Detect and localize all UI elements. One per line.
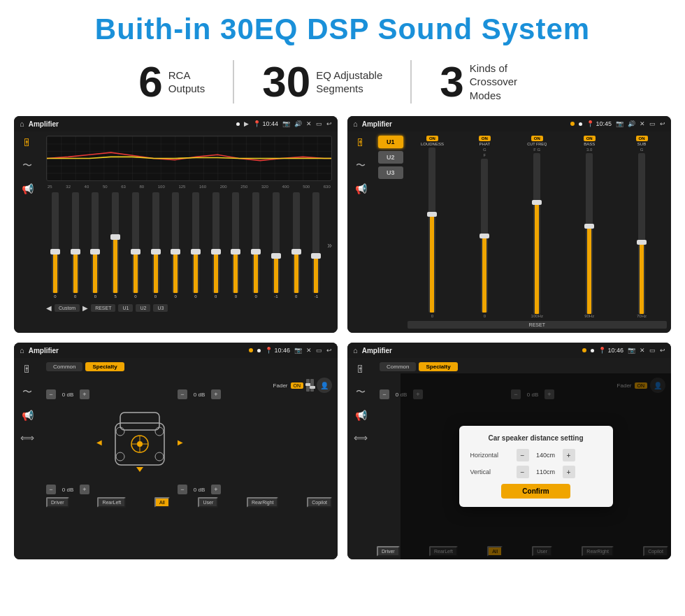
eq-time: 📍 10:44 — [253, 120, 278, 127]
eq-back-icon[interactable]: ↩ — [326, 120, 332, 127]
eq-u2-btn[interactable]: U2 — [136, 304, 150, 312]
sp-plus-topright[interactable]: + — [211, 389, 221, 399]
sp-driver-btn[interactable]: Driver — [46, 497, 69, 508]
eq-slider-1: 0 — [66, 192, 85, 299]
sp-back-icon[interactable]: ↩ — [326, 347, 332, 354]
cx-slider-bass[interactable] — [586, 153, 593, 314]
sp-all-btn[interactable]: All — [154, 497, 170, 508]
eq-next-icon[interactable]: ▶ — [82, 304, 88, 312]
eq-track-5[interactable] — [152, 192, 159, 293]
sp-fader-on[interactable]: ON — [291, 382, 304, 389]
cx-slider-cutfreq[interactable] — [533, 153, 540, 314]
eq-slider-11: -1 — [267, 192, 285, 299]
sp-time: 📍 10:46 — [265, 347, 290, 354]
eq-u3-btn[interactable]: U3 — [153, 304, 168, 312]
eq-track-3[interactable] — [112, 192, 119, 293]
eq-home-icon[interactable]: ⌂ — [20, 120, 24, 128]
sp-user-btn[interactable]: User — [198, 497, 218, 508]
dialog-vertical-minus[interactable]: − — [517, 466, 529, 478]
dlg-sidebar-speaker-icon[interactable]: 📢 — [355, 410, 367, 421]
screens-grid: ⌂ Amplifier ▶ 📍 10:44 📷 🔊 ✕ ▭ ↩ 🎚 〜 📢 — [0, 113, 685, 566]
sp-minus-topright[interactable]: − — [178, 389, 187, 399]
cx-slider-phat[interactable] — [481, 159, 488, 313]
cx-slider-sub[interactable] — [638, 153, 645, 314]
cx-u2-btn[interactable]: U2 — [378, 151, 403, 164]
sp-plus-topleft[interactable]: + — [80, 389, 89, 399]
eq-track-10[interactable] — [252, 192, 259, 293]
sp-plus-botleft[interactable]: + — [80, 485, 89, 494]
dlg-sidebar-arrows-icon[interactable]: ⟺ — [354, 432, 368, 443]
cx-left-sidebar: 🎚 〜 📢 — [347, 131, 374, 333]
eq-track-13[interactable] — [312, 192, 319, 293]
eq-slider-0: 0 — [46, 192, 64, 299]
cx-sidebar-speaker-icon[interactable]: 📢 — [355, 183, 367, 194]
dlg-home-icon[interactable]: ⌂ — [353, 346, 358, 354]
eq-left-sidebar: 🎚 〜 📢 — [14, 131, 41, 333]
eq-track-4[interactable] — [132, 192, 139, 293]
sp-sidebar-arrows-icon[interactable]: ⟺ — [20, 432, 34, 443]
sp-sidebar-eq-icon[interactable]: 🎚 — [22, 364, 32, 375]
eq-sidebar-speaker-icon[interactable]: 📢 — [22, 183, 34, 194]
eq-prev-icon[interactable]: ◀ — [46, 304, 52, 312]
eq-u1-btn[interactable]: U1 — [118, 304, 133, 312]
sp-right-arrow: ▶ — [178, 438, 183, 446]
dlg-back-icon[interactable]: ↩ — [660, 347, 665, 354]
dialog-vertical-plus[interactable]: + — [563, 466, 575, 478]
eq-track-12[interactable] — [293, 192, 300, 293]
cx-reset-btn[interactable]: RESET — [408, 321, 667, 329]
cx-home-icon[interactable]: ⌂ — [353, 120, 358, 128]
dialog-box: Car speaker distance setting Horizontal … — [459, 426, 613, 507]
sp-bottom-buttons: Driver RearLeft All User RearRight Copil… — [46, 497, 332, 508]
sp-tab-specialty[interactable]: Specialty — [85, 362, 124, 371]
sp-copilot-btn[interactable]: Copilot — [307, 497, 332, 508]
eq-track-2[interactable] — [92, 192, 99, 293]
sp-profile-icon[interactable]: 👤 — [317, 378, 332, 393]
cx-on-phat[interactable]: ON — [479, 136, 491, 141]
sp-tab-common[interactable]: Common — [46, 362, 82, 371]
cx-back-icon[interactable]: ↩ — [660, 120, 665, 127]
eq-bottom-bar: ◀ Custom ▶ RESET U1 U2 U3 — [46, 304, 332, 312]
eq-reset-btn[interactable]: RESET — [91, 304, 115, 312]
cx-on-bass[interactable]: ON — [584, 136, 596, 141]
sp-home-icon[interactable]: ⌂ — [20, 346, 24, 354]
cx-sidebar-wave-icon[interactable]: 〜 — [356, 159, 366, 172]
cx-on-sub[interactable]: ON — [636, 136, 648, 141]
sp-minus-topleft[interactable]: − — [46, 389, 56, 399]
eq-freq-200: 200 — [220, 185, 227, 189]
eq-status-dot — [236, 122, 240, 126]
sp-sidebar-speaker-icon[interactable]: 📢 — [22, 410, 34, 421]
cx-slider-loudness[interactable] — [428, 148, 435, 313]
cx-sidebar-eq-icon[interactable]: 🎚 — [356, 137, 366, 148]
eq-sidebar-wave-icon[interactable]: 〜 — [22, 159, 32, 172]
eq-track-7[interactable] — [192, 192, 199, 293]
eq-track-11[interactable] — [273, 192, 280, 293]
eq-sidebar-eq-icon[interactable]: 🎚 — [22, 137, 32, 148]
eq-track-0[interactable] — [52, 192, 59, 293]
dialog-horizontal-minus[interactable]: − — [517, 449, 529, 461]
eq-track-8[interactable] — [212, 192, 219, 293]
confirm-button[interactable]: Confirm — [501, 484, 570, 499]
dlg-sidebar-eq-icon[interactable]: 🎚 — [356, 364, 366, 375]
dialog-horizontal-plus[interactable]: + — [563, 449, 575, 461]
sp-plus-botright[interactable]: + — [211, 485, 221, 494]
sp-sidebar-wave-icon[interactable]: 〜 — [22, 386, 32, 399]
dialog-horizontal-value: 140cm — [533, 452, 558, 459]
sp-rearleft-btn[interactable]: RearLeft — [97, 497, 126, 508]
sp-rect-icon: ▭ — [316, 347, 322, 354]
eq-screen-body: 🎚 〜 📢 — [14, 131, 338, 333]
cx-on-loudness[interactable]: ON — [426, 136, 438, 141]
cx-on-cutfreq[interactable]: ON — [531, 136, 543, 141]
eq-track-9[interactable] — [232, 192, 239, 293]
sp-minus-botleft[interactable]: − — [46, 485, 56, 494]
eq-slider-3: 5 — [106, 192, 124, 299]
cx-u1-btn[interactable]: U1 — [378, 136, 403, 148]
dlg-sidebar-wave-icon[interactable]: 〜 — [356, 386, 366, 399]
eq-track-1[interactable] — [72, 192, 79, 293]
cx-ch-loudness: ON LOUDNESS 0 — [408, 136, 458, 318]
eq-custom-btn[interactable]: Custom — [55, 304, 80, 312]
eq-more-icon[interactable]: » — [327, 241, 332, 250]
eq-track-6[interactable] — [172, 192, 179, 293]
sp-rearright-btn[interactable]: RearRight — [247, 497, 279, 508]
cx-u3-btn[interactable]: U3 — [378, 166, 403, 179]
sp-minus-botright[interactable]: − — [178, 485, 187, 494]
